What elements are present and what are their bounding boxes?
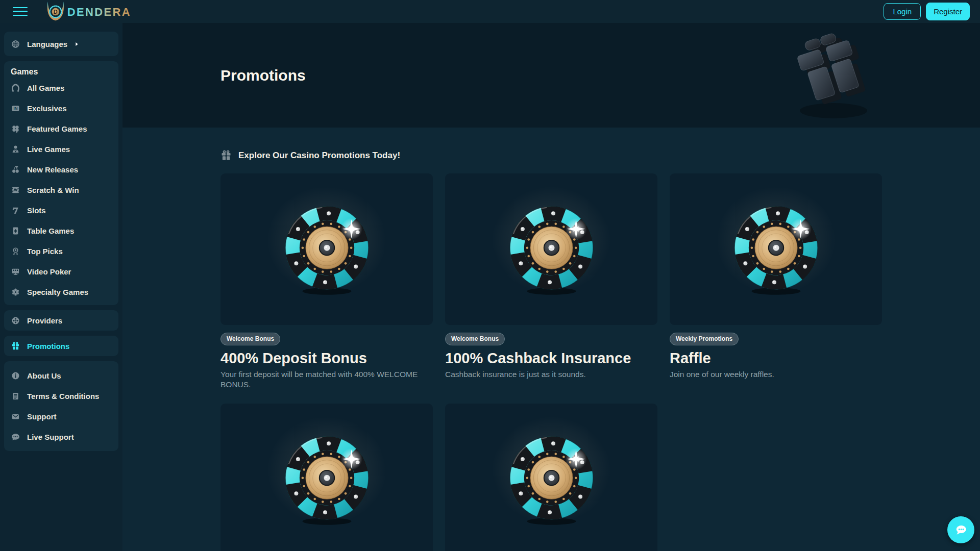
cherries-icon xyxy=(11,165,20,174)
film-reel-icon xyxy=(11,316,20,325)
sidebar-item-label: Specialty Games xyxy=(27,288,88,296)
section-heading: Explore Our Casino Promotions Today! xyxy=(220,150,400,161)
sidebar-item-support[interactable]: Support xyxy=(4,406,118,427)
sidebar-item-promotions[interactable]: Promotions xyxy=(4,336,118,356)
chat-bubble-icon xyxy=(11,433,20,441)
dealer-icon xyxy=(11,145,20,154)
horseshoe-icon xyxy=(11,84,20,92)
games-section-title: Games xyxy=(4,61,118,78)
page-banner: Promotions xyxy=(122,23,980,128)
sidebar-item-terms-conditions[interactable]: Terms & Conditions xyxy=(4,386,118,406)
dendera-casino-page: D DENDERA Login Register Languages xyxy=(0,0,980,551)
info-icon xyxy=(11,371,20,380)
sidebar-item-new-releases[interactable]: New Releases xyxy=(4,159,118,180)
promo-badge: Weekly Promotions xyxy=(670,333,739,345)
casino-chip-image xyxy=(220,173,433,325)
clover-icon xyxy=(11,124,20,133)
casino-chip-image xyxy=(445,173,657,325)
sidebar-item-providers[interactable]: Providers xyxy=(4,310,118,331)
promo-card-deposit-bonus[interactable]: Welcome Bonus 400% Deposit Bonus Your fi… xyxy=(220,173,433,390)
casino-chip-image xyxy=(220,404,433,551)
lucky-seven-icon xyxy=(11,206,20,215)
logo-wordmark: DENDERA xyxy=(67,6,130,18)
login-button[interactable]: Login xyxy=(884,3,921,20)
sidebar-item-video-poker[interactable]: Video Poker xyxy=(4,261,118,282)
sidebar-item-label: New Releases xyxy=(27,165,78,174)
hamburger-menu-icon[interactable] xyxy=(13,7,28,16)
playing-card-icon xyxy=(11,227,20,235)
top-bar: D DENDERA Login Register xyxy=(0,0,980,23)
register-button[interactable]: Register xyxy=(926,3,970,20)
sidebar-item-label: All Games xyxy=(27,84,64,92)
sidebar-item-label: Languages xyxy=(27,40,67,48)
page-title: Promotions xyxy=(220,67,306,84)
svg-text:D: D xyxy=(54,8,58,14)
sidebar-item-label: Live Support xyxy=(27,433,74,441)
exclusive-badge-icon: IN xyxy=(11,104,20,113)
promo-badge: Welcome Bonus xyxy=(220,333,280,345)
sidebar-item-featured-games[interactable]: Featured Games xyxy=(4,118,118,139)
gift-icon xyxy=(11,342,20,350)
promo-title: 100% Cashback Insurance xyxy=(445,350,657,367)
svg-text:IN: IN xyxy=(14,106,18,111)
sidebar-item-label: About Us xyxy=(27,371,61,380)
games-panel: Games All Games IN Exclusives xyxy=(4,61,118,305)
sidebar-item-label: Live Games xyxy=(27,145,70,154)
sidebar-item-languages[interactable]: Languages xyxy=(4,32,118,56)
sidebar-item-about-us[interactable]: About Us xyxy=(4,365,118,386)
sidebar-item-table-games[interactable]: Table Games xyxy=(4,220,118,241)
sidebar-item-label: Providers xyxy=(27,316,62,325)
auth-actions: Login Register xyxy=(884,3,973,20)
casino-chip-image xyxy=(445,404,657,551)
promo-description: Join one of our weekly raffles. xyxy=(670,369,871,380)
sidebar-item-label: Promotions xyxy=(27,342,69,350)
sidebar-item-label: Video Poker xyxy=(27,267,71,276)
dendera-logo[interactable]: D DENDERA xyxy=(43,1,130,22)
sidebar-item-label: Terms & Conditions xyxy=(27,392,99,400)
promo-card-cashback-insurance[interactable]: Welcome Bonus 100% Cashback Insurance Ca… xyxy=(445,173,657,390)
promotions-content: Explore Our Casino Promotions Today! Wel… xyxy=(122,128,980,551)
languages-panel: Languages xyxy=(4,32,118,56)
promo-badge: Welcome Bonus xyxy=(445,333,505,345)
casino-chip-image xyxy=(670,173,882,325)
gift-3d-graphic xyxy=(789,30,883,122)
chat-bubble-icon xyxy=(953,522,969,538)
info-links-panel: About Us Terms & Conditions Support xyxy=(4,361,118,451)
promo-card-partial-1[interactable] xyxy=(220,404,433,551)
providers-panel: Providers xyxy=(4,310,118,331)
promo-description: Your first deposit will be matched with … xyxy=(220,369,422,390)
sidebar-item-all-games[interactable]: All Games xyxy=(4,78,118,98)
sidebar: Languages Games All Games IN xyxy=(0,23,122,551)
section-heading-text: Explore Our Casino Promotions Today! xyxy=(238,151,400,161)
promo-cards-grid: Welcome Bonus 400% Deposit Bonus Your fi… xyxy=(220,173,882,551)
medal-icon xyxy=(11,247,20,256)
envelope-icon xyxy=(11,412,20,421)
document-icon xyxy=(11,392,20,400)
globe-icon xyxy=(11,40,20,48)
sidebar-item-label: Table Games xyxy=(27,227,74,235)
live-chat-button[interactable] xyxy=(947,516,974,543)
promotions-panel: Promotions xyxy=(4,336,118,356)
monitor-icon xyxy=(11,267,20,276)
gear-flower-icon xyxy=(11,288,20,296)
sidebar-item-live-support[interactable]: Live Support xyxy=(4,427,118,447)
scratch-card-icon xyxy=(11,186,20,194)
gift-icon xyxy=(220,150,232,161)
sidebar-item-label: Exclusives xyxy=(27,104,67,113)
sidebar-item-scratch-win[interactable]: Scratch & Win xyxy=(4,180,118,200)
sidebar-item-exclusives[interactable]: IN Exclusives xyxy=(4,98,118,118)
promo-title: 400% Deposit Bonus xyxy=(220,350,433,367)
sidebar-item-specialty-games[interactable]: Specialty Games xyxy=(4,282,118,302)
sidebar-item-label: Featured Games xyxy=(27,124,87,133)
sidebar-item-label: Support xyxy=(27,412,57,421)
promo-title: Raffle xyxy=(670,350,882,367)
sidebar-item-label: Scratch & Win xyxy=(27,186,79,194)
promo-description: Cashback insurance is just as it sounds. xyxy=(445,369,647,380)
promo-card-raffle[interactable]: Weekly Promotions Raffle Join one of our… xyxy=(670,173,882,390)
sidebar-item-label: Top Picks xyxy=(27,247,63,256)
sidebar-item-slots[interactable]: Slots xyxy=(4,200,118,220)
sidebar-item-top-picks[interactable]: Top Picks xyxy=(4,241,118,261)
promo-card-partial-2[interactable] xyxy=(445,404,657,551)
sidebar-item-label: Slots xyxy=(27,206,46,215)
sidebar-item-live-games[interactable]: Live Games xyxy=(4,139,118,159)
